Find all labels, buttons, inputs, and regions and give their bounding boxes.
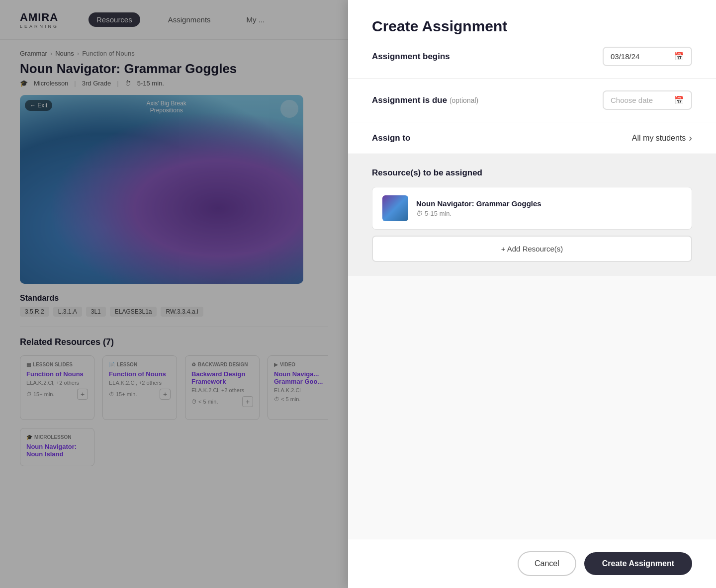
assign-to-value: All my students bbox=[632, 134, 686, 143]
assignment-begins-value: 03/18/24 bbox=[611, 52, 639, 61]
resource-time: ⏱ 5-15 min. bbox=[416, 210, 682, 217]
modal-header: Create Assignment bbox=[348, 0, 716, 35]
assignment-due-placeholder: Choose date bbox=[611, 96, 653, 104]
assignment-begins-section: Assignment begins 03/18/24 📅 bbox=[348, 35, 716, 79]
modal-title: Create Assignment bbox=[372, 18, 692, 35]
calendar-icon: 📅 bbox=[674, 52, 684, 61]
create-assignment-modal: Create Assignment Assignment begins 03/1… bbox=[348, 0, 716, 588]
assign-to-row[interactable]: Assign to All my students › bbox=[348, 122, 716, 154]
clock-icon-resource: ⏱ bbox=[416, 210, 423, 217]
chevron-right-icon: › bbox=[689, 132, 692, 144]
assignment-due-input[interactable]: Choose date 📅 bbox=[603, 90, 692, 110]
cancel-button[interactable]: Cancel bbox=[518, 551, 576, 576]
overlay-dim bbox=[0, 0, 348, 588]
modal-footer: Cancel Create Assignment bbox=[348, 539, 716, 588]
assignment-begins-input[interactable]: 03/18/24 📅 bbox=[603, 47, 692, 66]
calendar-icon-2: 📅 bbox=[674, 95, 684, 105]
modal-body: Assignment begins 03/18/24 📅 Assignment … bbox=[348, 35, 716, 539]
resource-name: Noun Navigator: Grammar Goggles bbox=[416, 199, 682, 208]
resources-section-title: Resource(s) to be assigned bbox=[372, 168, 692, 178]
assignment-due-label: Assignment is due (optional) bbox=[372, 95, 478, 105]
create-assignment-button[interactable]: Create Assignment bbox=[584, 552, 692, 575]
assign-to-right: All my students › bbox=[632, 132, 692, 144]
optional-text: (optional) bbox=[449, 96, 478, 104]
resource-time-value: 5-15 min. bbox=[425, 210, 451, 217]
assign-to-label: Assign to bbox=[372, 133, 410, 143]
assignment-begins-label: Assignment begins bbox=[372, 52, 450, 62]
resources-section: Resource(s) to be assigned Noun Navigato… bbox=[348, 154, 716, 276]
resource-info: Noun Navigator: Grammar Goggles ⏱ 5-15 m… bbox=[416, 199, 682, 217]
add-resource-button[interactable]: + Add Resource(s) bbox=[372, 236, 692, 262]
resource-thumbnail bbox=[382, 195, 408, 221]
resource-item: Noun Navigator: Grammar Goggles ⏱ 5-15 m… bbox=[372, 187, 692, 230]
assignment-due-section: Assignment is due (optional) Choose date… bbox=[348, 79, 716, 122]
